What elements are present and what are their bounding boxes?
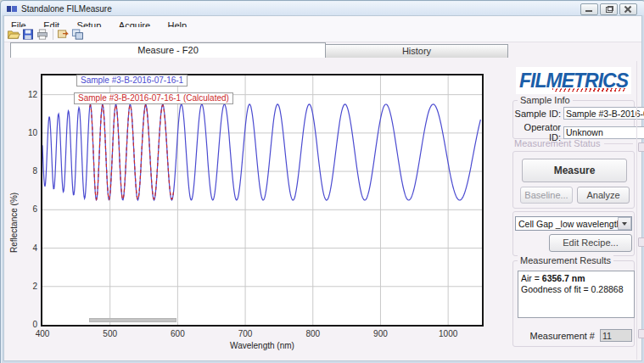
sample-id-input[interactable]: [563, 107, 644, 120]
x-tick-label: 1000: [434, 329, 462, 338]
toolbar: [4, 27, 641, 42]
y-tick-label: 4: [12, 243, 37, 253]
y-tick-label: 8: [12, 166, 37, 176]
measure-button[interactable]: Measure: [522, 159, 627, 182]
x-tick-label: 700: [231, 329, 260, 338]
tab-measure-f20[interactable]: Measure - F20: [10, 42, 326, 58]
analysis-range-bar: [89, 318, 176, 322]
measurement-results-box: Air = 6356.7 nm Goodness of fit = 0.2886…: [518, 271, 635, 318]
y-tick-label: 2: [12, 282, 37, 291]
close-button[interactable]: [619, 3, 637, 15]
logo-hatch-marks: [552, 88, 627, 92]
sample-info-group: Sample Info Sample ID: Operator ID:: [512, 100, 635, 139]
open-file-icon[interactable]: [7, 28, 20, 41]
edit-recipe-button[interactable]: Edit Recipe...: [549, 234, 632, 252]
export-icon[interactable]: [56, 28, 70, 41]
measurement-status-label: Measurement Status: [514, 138, 633, 148]
panel-splitter: [636, 61, 644, 360]
copy-screen-icon[interactable]: [70, 28, 84, 41]
actions-group: Measure Baseline... Analyze: [512, 151, 635, 209]
baseline-button[interactable]: Baseline...: [520, 187, 573, 204]
y-tick-label: 0: [12, 320, 37, 329]
splitter-grip[interactable]: [638, 237, 644, 247]
y-tick-label: 6: [12, 204, 37, 214]
measurement-results-group: Measurement Results Air = 6356.7 nm Good…: [512, 260, 635, 347]
sample-info-title: Sample Info: [518, 95, 573, 105]
title-bar[interactable]: Standalone FILMeasure: [2, 2, 644, 15]
measurement-number-label: Measurement #: [530, 331, 600, 341]
y-tick-label: 10: [12, 128, 37, 137]
measurement-number-field[interactable]: [600, 329, 632, 342]
operator-id-input[interactable]: [563, 126, 644, 139]
restore-button[interactable]: [600, 3, 618, 15]
legend-measured: Sample #3-B-2016-07-16-1: [76, 75, 188, 87]
x-tick-label: 600: [163, 329, 192, 338]
tab-history[interactable]: History: [325, 44, 508, 58]
series-curve-0: [42, 104, 480, 200]
measurement-results-title: Measurement Results: [518, 255, 613, 265]
splitter-grip[interactable]: [638, 142, 644, 152]
window-title: Standalone FILMeasure: [21, 4, 112, 14]
print-icon[interactable]: [36, 28, 49, 41]
splitter-grip[interactable]: [638, 329, 644, 338]
save-icon[interactable]: [21, 28, 35, 41]
sample-id-label: Sample ID:: [513, 109, 563, 119]
app-icon: [7, 5, 17, 13]
recipe-selected-value: Cell Gap _low wavelength: [516, 219, 618, 229]
toolbar-separator: [53, 29, 53, 40]
result-air-gap: Air = 6356.7 nm: [521, 273, 631, 284]
app-window: Standalone FILMeasure File Edit Setup Ac…: [0, 0, 644, 363]
filmetrics-logo: FILMETRICS: [516, 67, 631, 94]
spectrum-canvas: [42, 75, 482, 325]
minimize-button[interactable]: [580, 3, 598, 15]
chart-panel: Sample #3-B-2016-07-16-1 Sample #3-B-201…: [4, 58, 513, 359]
x-tick-label: 800: [299, 329, 328, 338]
recipe-dropdown[interactable]: Cell Gap _low wavelength: [515, 216, 632, 231]
chevron-down-icon: [622, 222, 627, 226]
recipe-group: Cell Gap _low wavelength Edit Recipe...: [512, 211, 635, 256]
result-goodness-of-fit: Goodness of fit = 0.28868: [521, 284, 631, 295]
control-panel: FILMETRICS Sample Info Sample ID: Operat…: [511, 61, 636, 360]
analyze-button[interactable]: Analyze: [577, 187, 630, 204]
menu-bar: File Edit Setup Acquire Help: [4, 16, 641, 27]
x-tick-label: 500: [96, 329, 125, 338]
x-axis-title: Wavelength (nm): [41, 341, 484, 350]
client-area: File Edit Setup Acquire Help: [3, 15, 642, 361]
x-tick-label: 900: [366, 329, 395, 338]
spectrum-plot[interactable]: [41, 74, 484, 327]
legend-calculated: Sample #3-B-2016-07-16-1 (Calculated): [74, 92, 233, 104]
x-tick-label: 400: [28, 329, 57, 338]
y-tick-label: 12: [12, 90, 37, 99]
recipe-dropdown-button[interactable]: [618, 217, 631, 230]
